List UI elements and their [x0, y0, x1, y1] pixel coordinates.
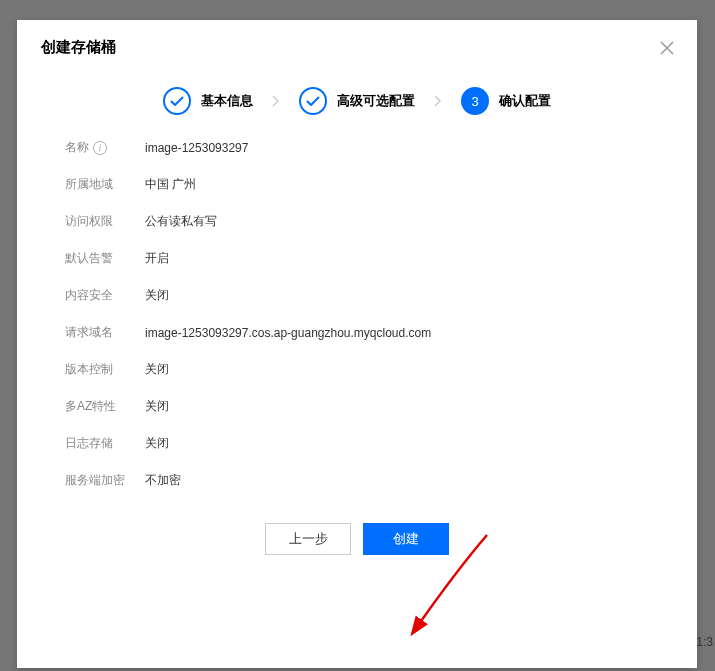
- step-advanced-config: 高级可选配置: [299, 87, 415, 115]
- label-text: 名称: [65, 139, 89, 156]
- label-encrypt: 服务端加密: [65, 472, 145, 489]
- label-security: 内容安全: [65, 287, 145, 304]
- row-version: 版本控制 关闭: [65, 361, 649, 378]
- value-name: image-1253093297: [145, 141, 248, 155]
- label-acl: 访问权限: [65, 213, 145, 230]
- modal-footer: 上一步 创建: [17, 509, 697, 575]
- step-label: 高级可选配置: [337, 92, 415, 110]
- row-domain: 请求域名 image-1253093297.cos.ap-guangzhou.m…: [65, 324, 649, 341]
- prev-step-button[interactable]: 上一步: [265, 523, 351, 555]
- value-encrypt: 不加密: [145, 472, 181, 489]
- step-basic-info: 基本信息: [163, 87, 253, 115]
- close-button[interactable]: [655, 36, 679, 60]
- info-icon[interactable]: i: [93, 141, 107, 155]
- row-alarm: 默认告警 开启: [65, 250, 649, 267]
- config-summary: 名称 i image-1253093297 所属地域 中国 广州 访问权限 公有…: [17, 139, 697, 489]
- modal-header: 创建存储桶: [17, 20, 697, 57]
- stepper: 基本信息 高级可选配置 3 确认配置: [17, 57, 697, 139]
- label-region: 所属地域: [65, 176, 145, 193]
- create-button[interactable]: 创建: [363, 523, 449, 555]
- row-log: 日志存储 关闭: [65, 435, 649, 452]
- row-region: 所属地域 中国 广州: [65, 176, 649, 193]
- label-alarm: 默认告警: [65, 250, 145, 267]
- check-icon: [163, 87, 191, 115]
- value-domain: image-1253093297.cos.ap-guangzhou.myqclo…: [145, 326, 431, 340]
- step-label: 确认配置: [499, 92, 551, 110]
- value-alarm: 开启: [145, 250, 169, 267]
- step-label: 基本信息: [201, 92, 253, 110]
- row-encrypt: 服务端加密 不加密: [65, 472, 649, 489]
- modal-title: 创建存储桶: [41, 38, 673, 57]
- value-region: 中国 广州: [145, 176, 196, 193]
- step-confirm-config: 3 确认配置: [461, 87, 551, 115]
- value-acl: 公有读私有写: [145, 213, 217, 230]
- value-security: 关闭: [145, 287, 169, 304]
- create-bucket-modal: 创建存储桶 基本信息 高级可选配置 3 确认配置: [17, 20, 697, 668]
- row-maz: 多AZ特性 关闭: [65, 398, 649, 415]
- value-version: 关闭: [145, 361, 169, 378]
- chevron-right-icon: [425, 91, 451, 111]
- row-security: 内容安全 关闭: [65, 287, 649, 304]
- row-name: 名称 i image-1253093297: [65, 139, 649, 156]
- label-domain: 请求域名: [65, 324, 145, 341]
- close-icon: [660, 41, 674, 55]
- label-log: 日志存储: [65, 435, 145, 452]
- label-maz: 多AZ特性: [65, 398, 145, 415]
- check-icon: [299, 87, 327, 115]
- step-number: 3: [461, 87, 489, 115]
- value-maz: 关闭: [145, 398, 169, 415]
- row-acl: 访问权限 公有读私有写: [65, 213, 649, 230]
- label-version: 版本控制: [65, 361, 145, 378]
- value-log: 关闭: [145, 435, 169, 452]
- label-name: 名称 i: [65, 139, 145, 156]
- chevron-right-icon: [263, 91, 289, 111]
